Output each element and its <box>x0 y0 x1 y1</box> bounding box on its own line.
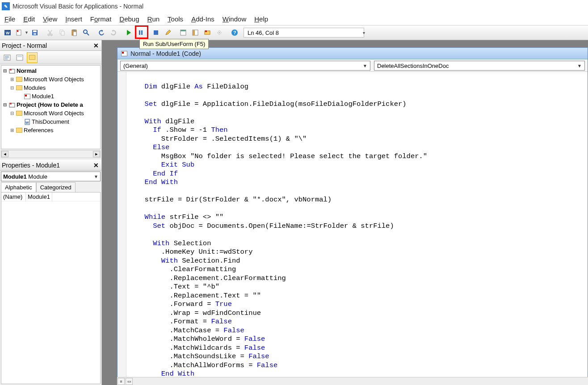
procedure-dropdown[interactable]: DeleteAllSectionsInOneDoc▼ <box>374 61 585 71</box>
menu-help[interactable]: Help <box>254 15 268 23</box>
toolbar: W ▼ ? Ln 46, Col 8 ▾ Run Sub/UserForm (F… <box>0 25 588 40</box>
view-code-icon[interactable] <box>2 52 13 63</box>
tree-modules[interactable]: ⊟Modules <box>1 84 100 92</box>
svg-rect-32 <box>17 55 23 60</box>
project-hscroll[interactable]: ◄ ► <box>1 150 101 158</box>
paste-icon[interactable] <box>68 27 80 38</box>
object-browser-icon[interactable] <box>202 27 213 38</box>
svg-text:W: W <box>25 121 29 125</box>
toggle-folders-icon[interactable] <box>27 52 38 63</box>
svg-rect-18 <box>154 30 158 35</box>
tree-mwo1[interactable]: ⊞Microsoft Word Objects <box>1 75 100 84</box>
code-window: Normal - Module1 (Code) (General)▼ Delet… <box>117 47 588 385</box>
menu-run[interactable]: Run <box>147 15 160 23</box>
menu-insert[interactable]: Insert <box>65 15 82 23</box>
properties-object-combo[interactable]: Module1 Module ▼ <box>1 172 101 181</box>
cursor-position: Ln 46, Col 8 <box>244 28 364 38</box>
properties-close-icon[interactable]: ✕ <box>92 162 100 169</box>
svg-rect-3 <box>17 30 18 32</box>
break-icon[interactable] <box>135 27 147 38</box>
toolbox-icon[interactable] <box>214 27 225 38</box>
menu-edit[interactable]: Edit <box>23 15 35 23</box>
undo-icon[interactable] <box>96 27 107 38</box>
svg-text:?: ? <box>233 30 236 35</box>
menu-tools[interactable]: Tools <box>168 15 183 23</box>
help-icon[interactable]: ? <box>229 27 240 38</box>
svg-rect-13 <box>73 32 76 36</box>
view-object-icon[interactable] <box>14 52 25 63</box>
reset-icon[interactable] <box>150 27 162 38</box>
scroll-right-icon[interactable]: ► <box>93 151 100 157</box>
svg-rect-22 <box>193 30 195 35</box>
app-title: Microsoft Visual Basic for Applications … <box>13 3 143 10</box>
full-module-view-icon[interactable]: ▭ <box>126 378 133 385</box>
cut-icon[interactable] <box>44 27 56 38</box>
run-button[interactable] <box>123 27 134 38</box>
prop-name-value[interactable]: Module1 <box>26 192 52 201</box>
project-pane-header: Project - Normal ✕ <box>0 40 101 51</box>
menu-format[interactable]: Format <box>90 15 112 23</box>
module-icon <box>120 50 128 58</box>
svg-point-35 <box>10 69 12 71</box>
menu-debug[interactable]: Debug <box>119 15 139 23</box>
design-mode-icon[interactable] <box>162 27 174 38</box>
svg-rect-20 <box>181 30 186 31</box>
title-bar: ✎ Microsoft Visual Basic for Application… <box>0 0 588 13</box>
tree-refs[interactable]: ⊞References <box>1 126 100 134</box>
properties-icon[interactable] <box>189 27 201 38</box>
menu-addins[interactable]: Add-Ins <box>191 15 214 23</box>
code-editor[interactable]: Dim dlgFile As FileDialog Set dlgFile = … <box>118 72 588 385</box>
insert-module-icon[interactable] <box>14 27 25 38</box>
object-dropdown[interactable]: (General)▼ <box>120 61 370 71</box>
properties-pane-title: Properties - Module1 <box>2 162 60 169</box>
find-icon[interactable] <box>80 27 92 38</box>
run-tooltip: Run Sub/UserForm (F5) <box>139 39 209 49</box>
mdi-area: Normal - Module1 (Code) (General)▼ Delet… <box>102 40 588 385</box>
tree-normal[interactable]: ⊟Normal <box>1 67 100 75</box>
svg-rect-6 <box>34 33 36 35</box>
chevron-down-icon: ▼ <box>577 63 582 68</box>
svg-point-37 <box>10 103 12 105</box>
project-explorer-icon[interactable] <box>177 27 189 38</box>
svg-rect-12 <box>73 29 76 31</box>
code-hscroll[interactable]: ≡ ▭ <box>117 377 588 385</box>
app-icon: ✎ <box>2 2 10 10</box>
menu-view[interactable]: View <box>43 15 57 23</box>
chevron-down-icon: ▼ <box>94 174 98 179</box>
svg-rect-10 <box>61 31 64 35</box>
procedure-view-icon[interactable]: ≡ <box>118 378 125 385</box>
prop-name-key: (Name) <box>1 192 26 201</box>
svg-text:W: W <box>6 31 10 35</box>
properties-grid[interactable]: (Name) Module1 <box>1 192 101 384</box>
svg-rect-33 <box>17 56 22 57</box>
svg-point-24 <box>205 30 207 32</box>
svg-point-7 <box>48 34 50 36</box>
menu-bar: File Edit View Insert Format Debug Run T… <box>0 13 588 25</box>
menu-window[interactable]: Window <box>223 15 246 23</box>
tab-categorized[interactable]: Categorized <box>36 182 76 192</box>
tree-mwo2[interactable]: ⊟Microsoft Word Objects <box>1 109 100 117</box>
redo-icon[interactable] <box>108 27 119 38</box>
code-margin <box>118 72 126 385</box>
scroll-left-icon[interactable]: ◄ <box>1 151 8 157</box>
project-close-icon[interactable]: ✕ <box>92 42 100 49</box>
tab-alphabetic[interactable]: Alphabetic <box>1 182 36 192</box>
properties-pane: Module1 Module ▼ Alphabetic Categorized … <box>0 171 101 385</box>
menu-file[interactable]: File <box>4 15 15 23</box>
code-window-title[interactable]: Normal - Module1 (Code) <box>118 48 588 59</box>
tree-module1[interactable]: Module1 <box>1 92 100 100</box>
svg-rect-16 <box>139 30 140 35</box>
project-toolbar <box>0 51 101 64</box>
tree-thisdoc[interactable]: WThisDocument <box>1 117 100 126</box>
chevron-down-icon: ▼ <box>363 63 367 68</box>
svg-line-15 <box>87 33 89 35</box>
svg-rect-5 <box>33 30 37 32</box>
svg-point-8 <box>50 34 52 36</box>
word-icon[interactable]: W <box>2 27 13 38</box>
tree-project2[interactable]: ⊟Project (How to Delete a <box>1 100 100 109</box>
save-icon[interactable] <box>29 27 41 38</box>
svg-point-14 <box>84 30 87 33</box>
project-tree[interactable]: ⊟Normal ⊞Microsoft Word Objects ⊟Modules… <box>1 65 101 149</box>
copy-icon[interactable] <box>56 27 68 38</box>
svg-rect-17 <box>141 30 143 35</box>
